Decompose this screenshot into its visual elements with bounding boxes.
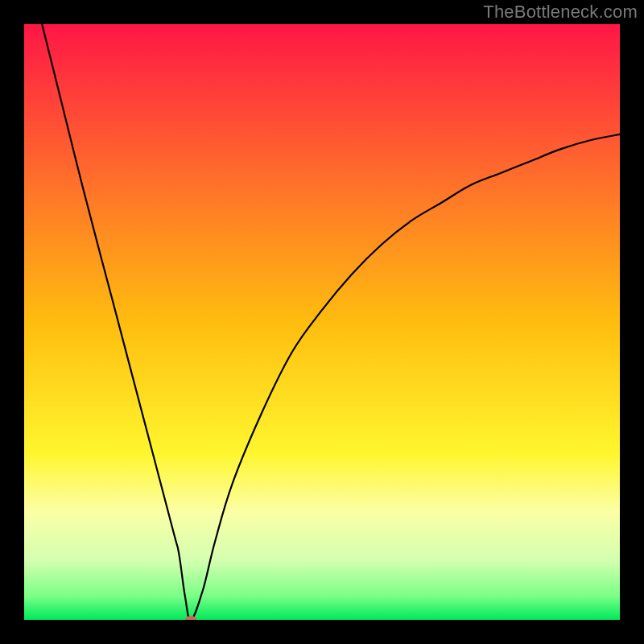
chart-frame: TheBottleneck.com bbox=[0, 0, 644, 644]
watermark-label: TheBottleneck.com bbox=[483, 2, 638, 23]
plot-background bbox=[24, 24, 620, 620]
bottleneck-plot bbox=[24, 24, 620, 620]
